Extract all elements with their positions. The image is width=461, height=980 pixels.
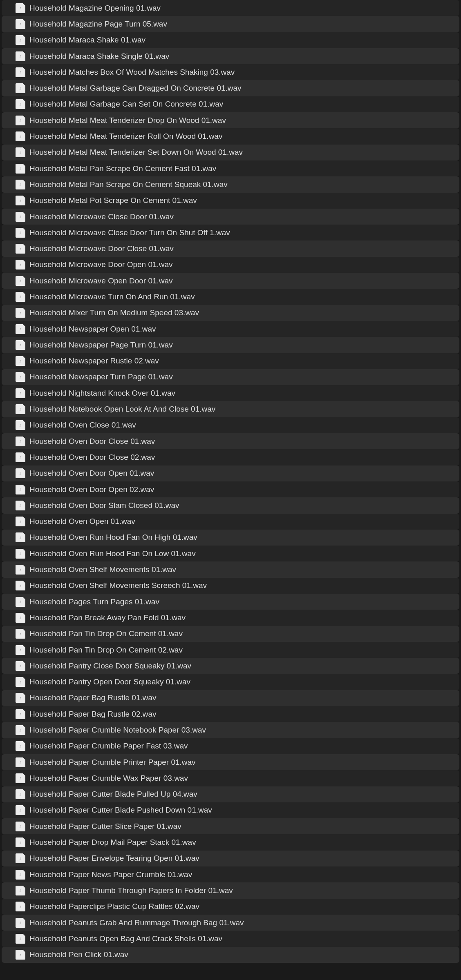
file-row[interactable]: ♪Household Microwave Close Door 01.wav — [2, 209, 459, 225]
file-row[interactable]: ♪Household Paper Crumble Notebook Paper … — [2, 722, 459, 738]
file-row[interactable]: ♪Household Pan Tin Drop On Cement 02.wav — [2, 642, 459, 658]
file-row[interactable]: ♪Household Oven Run Hood Fan On Low 01.w… — [2, 546, 459, 561]
audio-file-icon: ♪ — [16, 789, 25, 799]
file-row[interactable]: ♪Household Microwave Door Close 01.wav — [2, 241, 459, 256]
file-name-label: Household Paper Bag Rustle 01.wav — [29, 693, 157, 702]
file-name-label: Household Paper Crumble Paper Fast 03.wa… — [29, 742, 188, 751]
audio-file-icon: ♪ — [16, 629, 25, 639]
file-row[interactable]: ♪Household Paper Cutter Blade Pushed Dow… — [2, 802, 459, 818]
file-row[interactable]: ♪Household Paper Crumble Wax Paper 03.wa… — [2, 770, 459, 786]
file-name-label: Household Oven Shelf Movements Screech 0… — [29, 581, 207, 590]
file-row[interactable]: ♪Household Matches Box Of Wood Matches S… — [2, 64, 459, 80]
file-row[interactable]: ♪Household Magazine Page Turn 05.wav — [2, 16, 459, 32]
audio-file-icon: ♪ — [16, 196, 25, 205]
audio-file-icon: ♪ — [16, 19, 25, 29]
file-row[interactable]: ♪Household Pages Turn Pages 01.wav — [2, 594, 459, 610]
file-row[interactable]: ♪Household Paper Envelope Tearing Open 0… — [2, 851, 459, 866]
file-row[interactable]: ♪Household Pantry Open Door Squeaky 01.w… — [2, 674, 459, 690]
file-row[interactable]: ♪Household Oven Door Open 02.wav — [2, 481, 459, 497]
file-row[interactable]: ♪Household Oven Door Slam Closed 01.wav — [2, 497, 459, 513]
file-row[interactable]: ♪Household Metal Pan Scrape On Cement Sq… — [2, 176, 459, 192]
file-list: ♪Household Magazine Opening 01.wav♪House… — [0, 0, 461, 963]
file-row[interactable]: ♪Household Oven Door Open 01.wav — [2, 466, 459, 481]
audio-file-icon: ♪ — [16, 340, 25, 350]
audio-file-icon: ♪ — [16, 180, 25, 189]
audio-file-icon: ♪ — [16, 388, 25, 398]
file-name-label: Household Paper News Paper Crumble 01.wa… — [29, 870, 192, 879]
file-name-label: Household Pantry Open Door Squeaky 01.wa… — [29, 677, 190, 686]
file-name-label: Household Oven Door Open 02.wav — [29, 485, 154, 494]
file-row[interactable]: ♪Household Microwave Door Open 01.wav — [2, 257, 459, 273]
file-row[interactable]: ♪Household Peanuts Grab And Rummage Thro… — [2, 915, 459, 931]
audio-file-icon: ♪ — [16, 565, 25, 575]
file-row[interactable]: ♪Household Metal Pan Scrape On Cement Fa… — [2, 160, 459, 176]
file-row[interactable]: ♪Household Metal Meat Tenderizer Set Dow… — [2, 145, 459, 160]
file-row[interactable]: ♪Household Maraca Shake 01.wav — [2, 32, 459, 48]
file-row[interactable]: ♪Household Oven Door Close 02.wav — [2, 449, 459, 465]
file-row[interactable]: ♪Household Oven Close 01.wav — [2, 417, 459, 433]
audio-file-icon: ♪ — [16, 276, 25, 286]
file-name-label: Household Oven Shelf Movements 01.wav — [29, 565, 176, 574]
file-row[interactable]: ♪Household Paper Crumble Paper Fast 03.w… — [2, 738, 459, 754]
file-row[interactable]: ♪Household Peanuts Open Bag And Crack Sh… — [2, 931, 459, 947]
file-row[interactable]: ♪Household Paper News Paper Crumble 01.w… — [2, 866, 459, 882]
file-row[interactable]: ♪Household Oven Run Hood Fan On High 01.… — [2, 530, 459, 546]
audio-file-icon: ♪ — [16, 324, 25, 334]
file-name-label: Household Magazine Opening 01.wav — [29, 4, 161, 13]
file-row[interactable]: ♪Household Metal Meat Tenderizer Drop On… — [2, 112, 459, 128]
file-row[interactable]: ♪Household Pen Click 01.wav — [2, 947, 459, 963]
file-row[interactable]: ♪Household Microwave Open Door 01.wav — [2, 273, 459, 289]
file-name-label: Household Paper Cutter Slice Paper 01.wa… — [29, 822, 181, 831]
file-name-label: Household Pages Turn Pages 01.wav — [29, 597, 159, 606]
file-row[interactable]: ♪Household Newspaper Open 01.wav — [2, 321, 459, 337]
file-row[interactable]: ♪Household Mixer Turn On Medium Speed 03… — [2, 305, 459, 321]
audio-file-icon: ♪ — [16, 757, 25, 767]
file-row[interactable]: ♪Household Paperclips Plastic Cup Rattle… — [2, 899, 459, 915]
file-name-label: Household Oven Close 01.wav — [29, 421, 136, 430]
file-row[interactable]: ♪Household Microwave Turn On And Run 01.… — [2, 289, 459, 305]
file-name-label: Household Paper Crumble Notebook Paper 0… — [29, 726, 206, 735]
file-row[interactable]: ♪Household Metal Pot Scrape On Cement 01… — [2, 193, 459, 209]
file-name-label: Household Oven Run Hood Fan On High 01.w… — [29, 533, 197, 542]
file-row[interactable]: ♪Household Oven Shelf Movements Screech … — [2, 578, 459, 594]
file-name-label: Household Microwave Turn On And Run 01.w… — [29, 292, 195, 301]
file-row[interactable]: ♪Household Newspaper Rustle 02.wav — [2, 353, 459, 369]
file-row[interactable]: ♪Household Paper Bag Rustle 01.wav — [2, 690, 459, 706]
file-row[interactable]: ♪Household Paper Cutter Slice Paper 01.w… — [2, 818, 459, 834]
file-row[interactable]: ♪Household Paper Thumb Through Papers In… — [2, 882, 459, 898]
file-name-label: Household Pan Break Away Pan Fold 01.wav — [29, 613, 186, 622]
file-row[interactable]: ♪Household Newspaper Page Turn 01.wav — [2, 337, 459, 353]
file-name-label: Household Pantry Close Door Squeaky 01.w… — [29, 662, 191, 670]
audio-file-icon: ♪ — [16, 372, 25, 382]
file-row[interactable]: ♪Household Pan Tin Drop On Cement 01.wav — [2, 626, 459, 642]
file-row[interactable]: ♪Household Newspaper Turn Page 01.wav — [2, 369, 459, 385]
file-row[interactable]: ♪Household Paper Crumble Printer Paper 0… — [2, 754, 459, 770]
audio-file-icon: ♪ — [16, 420, 25, 430]
file-row[interactable]: ♪Household Oven Open 01.wav — [2, 514, 459, 530]
file-row[interactable]: ♪Household Paper Drop Mail Paper Stack 0… — [2, 834, 459, 850]
file-row[interactable]: ♪Household Maraca Shake Single 01.wav — [2, 48, 459, 64]
file-row[interactable]: ♪Household Metal Garbage Can Dragged On … — [2, 80, 459, 96]
file-row[interactable]: ♪Household Notebook Open Look At And Clo… — [2, 401, 459, 417]
file-row[interactable]: ♪Household Oven Shelf Movements 01.wav — [2, 561, 459, 577]
audio-file-icon: ♪ — [16, 517, 25, 526]
file-name-label: Household Pan Tin Drop On Cement 01.wav — [29, 629, 183, 638]
file-row[interactable]: ♪Household Paper Cutter Blade Pulled Up … — [2, 786, 459, 802]
audio-file-icon: ♪ — [16, 212, 25, 222]
file-row[interactable]: ♪Household Pantry Close Door Squeaky 01.… — [2, 658, 459, 674]
file-row[interactable]: ♪Household Metal Garbage Can Set On Conc… — [2, 96, 459, 112]
audio-file-icon: ♪ — [16, 902, 25, 911]
file-row[interactable]: ♪Household Magazine Opening 01.wav — [2, 0, 459, 16]
file-name-label: Household Metal Meat Tenderizer Roll On … — [29, 132, 222, 141]
file-row[interactable]: ♪Household Metal Meat Tenderizer Roll On… — [2, 128, 459, 144]
file-row[interactable]: ♪Household Oven Door Close 01.wav — [2, 433, 459, 449]
file-name-label: Household Microwave Close Door Turn On S… — [29, 228, 230, 237]
file-name-label: Household Metal Garbage Can Dragged On C… — [29, 84, 242, 93]
file-name-label: Household Metal Meat Tenderizer Set Down… — [29, 148, 243, 157]
file-row[interactable]: ♪Household Paper Bag Rustle 02.wav — [2, 706, 459, 722]
audio-file-icon: ♪ — [16, 260, 25, 270]
file-row[interactable]: ♪Household Nightstand Knock Over 01.wav — [2, 385, 459, 401]
file-row[interactable]: ♪Household Pan Break Away Pan Fold 01.wa… — [2, 610, 459, 626]
audio-file-icon: ♪ — [16, 822, 25, 831]
file-row[interactable]: ♪Household Microwave Close Door Turn On … — [2, 225, 459, 241]
